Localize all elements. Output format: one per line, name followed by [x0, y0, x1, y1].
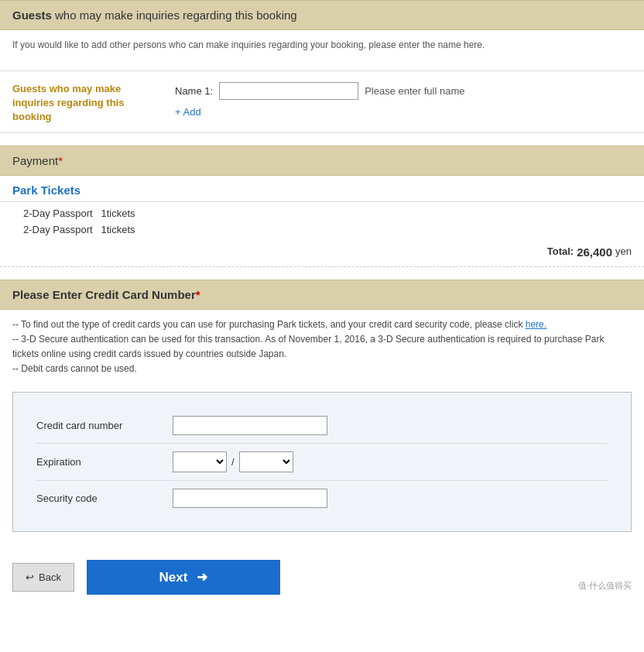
- guests-info-block: If you would like to add other persons w…: [0, 30, 644, 67]
- expiry-month-select[interactable]: 010203 040506 070809 101112: [173, 451, 227, 472]
- name-hint: Please enter full name: [365, 85, 464, 97]
- payment-required-star: *: [58, 154, 63, 167]
- ticket-item-2: 2-Day Passport 1tickets: [23, 221, 621, 238]
- park-tickets-title: Park Tickets: [0, 176, 644, 201]
- cc-info-block: -- To find out the type of credit cards …: [0, 310, 644, 385]
- credit-card-header: Please Enter Credit Card Number*: [0, 280, 644, 310]
- total-unit: yen: [615, 245, 632, 259]
- security-code-row: Security code: [36, 481, 608, 516]
- credit-card-required-star: *: [196, 288, 200, 301]
- add-guest-link[interactable]: + Add: [175, 106, 465, 118]
- back-icon: ↩: [26, 571, 34, 583]
- total-value: 26,400: [577, 245, 612, 259]
- guests-header-bold: Guests: [12, 9, 52, 22]
- cc-info-link[interactable]: here.: [526, 319, 546, 330]
- guests-form-row: Guests who may make inquiries regarding …: [0, 74, 644, 129]
- guests-info-text: If you would like to add other persons w…: [12, 39, 632, 50]
- back-label: Back: [39, 571, 61, 583]
- payment-header-label: Payment: [12, 154, 58, 167]
- total-label: Total:: [547, 245, 574, 259]
- next-icon: ➜: [197, 569, 207, 585]
- ticket-item-1: 2-Day Passport 1tickets: [23, 205, 621, 221]
- card-number-input[interactable]: [173, 416, 327, 435]
- expiration-row: Expiration 010203 040506 070809 101112 /…: [36, 444, 608, 481]
- ticket-name-2: 2-Day Passport: [23, 224, 93, 235]
- expiration-label: Expiration: [36, 456, 160, 468]
- credit-card-section: Please Enter Credit Card Number* -- To f…: [0, 280, 644, 533]
- payment-section: Payment* Park Tickets 2-Day Passport 1ti…: [0, 146, 644, 267]
- next-button[interactable]: Next ➜: [87, 560, 280, 595]
- cc-form-box: Credit card number Expiration 010203 040…: [12, 392, 632, 532]
- divider-1: [0, 70, 644, 71]
- name-field-label: Name 1:: [175, 85, 213, 97]
- cc-info-line1: -- To find out the type of credit cards …: [12, 317, 632, 332]
- ticket-qty-2: 1tickets: [101, 224, 135, 235]
- back-button[interactable]: ↩ Back: [12, 563, 74, 592]
- payment-section-header: Payment*: [0, 146, 644, 176]
- ticket-total-row: Total: 26,400 yen: [0, 241, 644, 267]
- card-number-label: Credit card number: [36, 420, 160, 431]
- guests-header-rest: who may make inquiries regarding this bo…: [55, 9, 297, 22]
- guests-form-label: Guests who may make inquiries regarding …: [12, 82, 159, 125]
- cc-info-line2: -- 3-D Secure authentication can be used…: [12, 332, 632, 362]
- cc-info-line3: -- Debit cards cannot be used.: [12, 362, 632, 376]
- ticket-name-1: 2-Day Passport: [23, 208, 93, 219]
- security-code-input[interactable]: [173, 489, 327, 508]
- guests-input-block: Name 1: Please enter full name + Add: [175, 82, 465, 118]
- security-code-label: Security code: [36, 492, 160, 504]
- bottom-bar: ↩ Back Next ➜ 值·什么值得买: [0, 547, 644, 607]
- name-input[interactable]: [219, 82, 358, 100]
- name-row: Name 1: Please enter full name: [175, 82, 465, 100]
- next-label: Next: [159, 570, 188, 585]
- card-number-row: Credit card number: [36, 408, 608, 444]
- expiry-separator: /: [231, 456, 235, 468]
- expiry-group: 010203 040506 070809 101112 / 2017201820…: [173, 451, 293, 472]
- guests-section-header: Guests who may make inquiries regarding …: [0, 0, 644, 30]
- divider-2: [0, 132, 644, 133]
- credit-card-header-label: Please Enter Credit Card Number: [12, 288, 196, 301]
- ticket-list: 2-Day Passport 1tickets 2-Day Passport 1…: [0, 201, 644, 241]
- watermark: 值·什么值得买: [578, 580, 632, 592]
- expiry-year-select[interactable]: 201720182019 202020212022 202320242025: [239, 451, 293, 472]
- ticket-qty-1: 1tickets: [101, 208, 135, 219]
